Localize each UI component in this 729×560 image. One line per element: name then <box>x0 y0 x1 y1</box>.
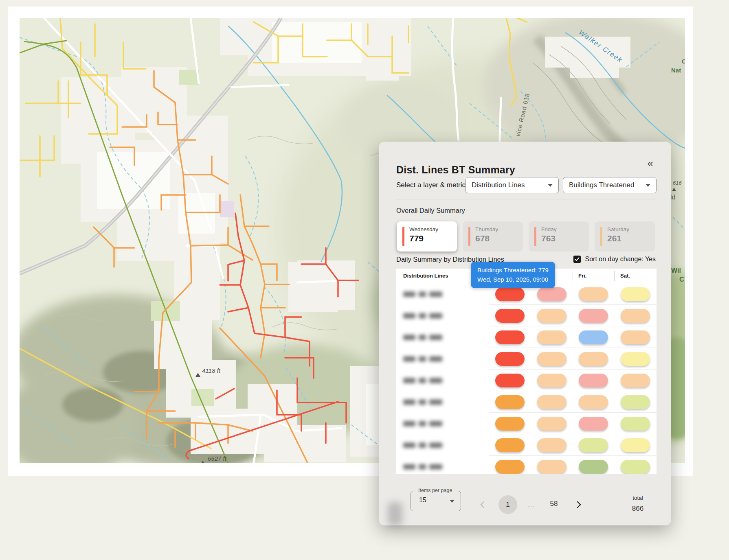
items-per-page-value: 15 <box>419 497 426 504</box>
summary-panel: Dist. Lines BT Summary « Select a layer … <box>379 142 671 525</box>
value-pill[interactable] <box>495 309 525 323</box>
table-row[interactable] <box>396 348 657 370</box>
table-row[interactable] <box>396 305 657 326</box>
redacted-line-name <box>403 356 442 361</box>
table-row[interactable] <box>396 391 657 413</box>
redacted-line-name <box>403 464 442 469</box>
day-card-thursday[interactable]: Thursday 678 <box>463 221 523 252</box>
value-pill[interactable] <box>621 330 650 344</box>
redacted-line-name <box>403 421 442 426</box>
table-row[interactable] <box>396 456 657 474</box>
page-button-last[interactable]: 58 <box>547 500 561 508</box>
value-pill[interactable] <box>537 460 567 474</box>
value-pill[interactable] <box>579 309 608 323</box>
value-pill[interactable] <box>495 460 525 474</box>
day-card-value: 261 <box>607 234 629 243</box>
value-pill[interactable] <box>495 287 525 301</box>
items-per-page-select[interactable]: Items per page 15 <box>411 491 461 511</box>
previous-page-button[interactable] <box>481 502 486 508</box>
value-pill[interactable] <box>495 374 525 387</box>
day-card-color-bar <box>468 227 470 246</box>
day-card-friday[interactable]: Friday 763 <box>529 221 589 252</box>
blurred-artifact <box>388 502 402 526</box>
value-pill[interactable] <box>537 395 567 409</box>
value-pill[interactable] <box>537 287 567 301</box>
value-pill[interactable] <box>579 352 608 366</box>
chevron-down-icon <box>646 184 650 187</box>
redacted-line-name <box>403 291 442 297</box>
day-card-wednesday[interactable]: Wednesday 779 <box>397 221 457 252</box>
sort-label: Sort on day change: Yes <box>585 256 656 263</box>
value-pill[interactable] <box>495 438 525 452</box>
value-pill[interactable] <box>621 395 650 409</box>
layer-select-value: Distribution Lines <box>472 181 525 189</box>
value-pill[interactable] <box>621 352 650 366</box>
value-pill[interactable] <box>579 287 608 301</box>
value-pill[interactable] <box>621 438 650 452</box>
table-row[interactable] <box>396 434 657 456</box>
wilderness-fragment-c: C <box>679 276 684 283</box>
collapse-panel-icon[interactable]: « <box>648 158 653 168</box>
day-card-list: Wednesday 779 Thursday 678 Friday 763 Sa… <box>397 221 655 252</box>
value-pill[interactable] <box>621 374 650 387</box>
table-row[interactable] <box>396 326 657 348</box>
value-pill[interactable] <box>579 374 608 387</box>
redacted-line-name <box>403 378 442 383</box>
tooltip-date-line: Wed, Sep 10, 2025, 09:00 <box>477 275 549 284</box>
value-pill[interactable] <box>537 352 567 366</box>
metric-select-value: Buildings Threatened <box>569 181 634 189</box>
day-card-label: Saturday <box>607 226 629 232</box>
day-card-label: Thursday <box>475 226 498 232</box>
overall-summary-heading: Overall Daily Summary <box>396 207 465 214</box>
value-pill[interactable] <box>621 309 650 323</box>
sort-on-day-change-toggle[interactable]: Sort on day change: Yes <box>573 254 656 265</box>
checkbox-checked-icon[interactable] <box>573 256 581 263</box>
page-ellipsis: ... <box>528 501 536 508</box>
day-card-saturday[interactable]: Saturday 261 <box>595 221 655 252</box>
page-button-current[interactable]: 1 <box>498 495 517 514</box>
column-header-day: Sat. <box>620 269 630 283</box>
value-pill[interactable] <box>621 287 650 301</box>
redacted-line-name <box>403 313 442 318</box>
value-pill[interactable] <box>579 460 608 474</box>
layer-select[interactable]: Distribution Lines <box>466 177 559 193</box>
value-pill[interactable] <box>579 417 608 431</box>
value-pill[interactable] <box>621 460 650 474</box>
value-pill[interactable] <box>537 330 567 344</box>
table-row[interactable] <box>396 370 657 391</box>
daily-summary-table: Distribution Lines Wed. Thu. Fri. Sat. <box>396 269 657 474</box>
value-pill[interactable] <box>537 309 567 323</box>
redacted-line-name <box>403 399 442 405</box>
day-card-label: Wednesday <box>409 226 438 232</box>
value-pill[interactable] <box>621 417 650 431</box>
value-pill[interactable] <box>537 374 567 387</box>
value-pill[interactable] <box>495 330 525 344</box>
day-card-value: 678 <box>475 234 498 243</box>
value-pill[interactable] <box>579 438 608 452</box>
day-card-label: Friday <box>541 226 557 232</box>
lavender-parcel <box>220 201 234 217</box>
value-pill[interactable] <box>537 438 567 452</box>
page-background: Walker Creek vice Road 618 C Nat 616 ld … <box>0 0 729 560</box>
value-pill[interactable] <box>537 417 567 431</box>
day-card-color-bar <box>402 227 404 246</box>
value-pill[interactable] <box>495 352 525 366</box>
day-card-color-bar <box>600 227 602 246</box>
metric-select[interactable]: Buildings Threatened <box>563 177 657 193</box>
value-pill[interactable] <box>579 330 608 344</box>
next-page-button[interactable] <box>575 502 580 508</box>
column-separator <box>614 271 615 281</box>
table-row[interactable] <box>396 413 657 434</box>
value-pill[interactable] <box>495 417 525 431</box>
peak-label-4118: 4118 ft <box>202 367 221 374</box>
column-separator <box>573 271 573 281</box>
day-card-value: 779 <box>409 234 438 243</box>
day-card-color-bar <box>534 227 536 246</box>
forest-label-fragment-c: C <box>682 58 685 65</box>
tooltip-metric-line: Buildings Threatened: 779 <box>477 265 549 275</box>
column-header-distribution-lines: Distribution Lines <box>403 269 448 283</box>
value-pill[interactable] <box>495 395 525 409</box>
day-card-value: 763 <box>541 234 557 243</box>
value-pill[interactable] <box>579 395 608 409</box>
redacted-line-name <box>403 335 442 340</box>
